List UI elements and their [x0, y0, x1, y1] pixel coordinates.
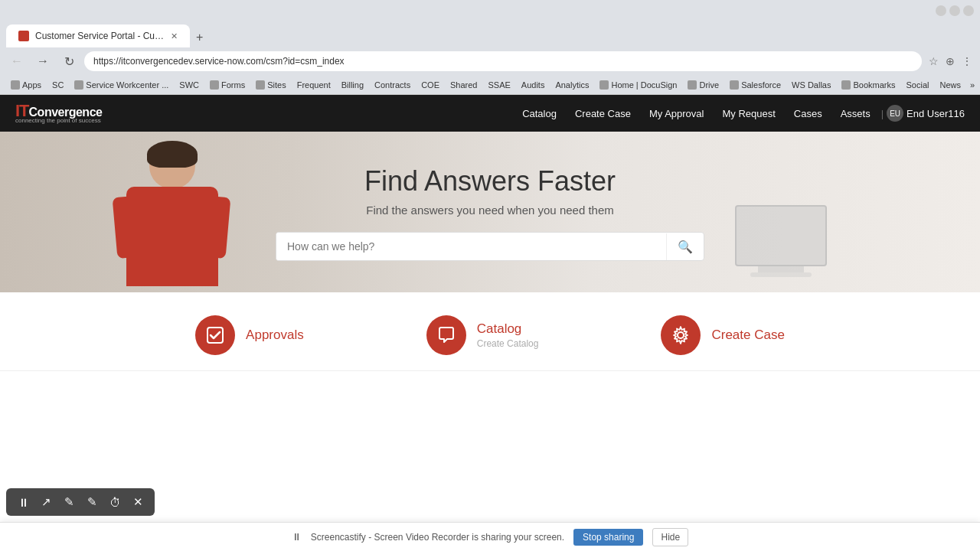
bm-swc[interactable]: SWC [175, 79, 204, 91]
bm-docusign[interactable]: Home | DocuSign [595, 79, 681, 91]
nav-catalog[interactable]: Catalog [514, 105, 564, 122]
catalog-card[interactable]: Catalog Create Catalog [426, 315, 539, 355]
toolbar-close-button[interactable]: ✕ [129, 493, 147, 511]
sw-favicon [74, 80, 83, 90]
bm-forms[interactable]: Forms [205, 79, 250, 91]
stop-sharing-button[interactable]: Stop sharing [573, 529, 643, 546]
star-icon[interactable]: ☆ [926, 54, 940, 68]
nav-my-request[interactable]: My Request [714, 105, 782, 122]
search-button[interactable]: 🔍 [666, 233, 704, 260]
bm-frequent[interactable]: Frequent [292, 79, 335, 91]
bm-coe[interactable]: COE [416, 79, 444, 91]
bm-wsdallas[interactable]: WS Dallas [787, 79, 835, 91]
bm-apps[interactable]: Apps [6, 79, 46, 91]
bookmarks-bar: Apps SC Service Workcenter ... SWC Forms… [0, 75, 980, 95]
nav-assets[interactable]: Assets [833, 105, 878, 122]
sf-favicon [730, 80, 739, 90]
toolbar-timer-button[interactable]: ⏱ [106, 493, 124, 511]
nav-divider: | [881, 108, 884, 119]
catalog-icon [426, 315, 466, 355]
bm-social[interactable]: Social [901, 79, 933, 91]
nav-user-label: End User116 [906, 108, 965, 119]
toolbar-pause-button[interactable]: ⏸ [14, 493, 32, 511]
hero-section: Find Answers Faster Find the answers you… [0, 132, 980, 292]
bm-salesforce[interactable]: Salesforce [725, 79, 786, 91]
hero-title: Find Answers Faster [0, 165, 980, 197]
logo-area[interactable]: IT Convergence connecting the point of s… [15, 103, 102, 124]
forward-button[interactable]: → [32, 51, 54, 72]
catalog-title: Catalog [477, 321, 539, 337]
toolbar-pencil-button[interactable]: ✎ [83, 493, 101, 511]
gear-icon [671, 325, 691, 345]
new-tab-button[interactable]: + [190, 28, 209, 47]
search-input[interactable] [276, 233, 666, 260]
logo[interactable]: IT Convergence connecting the point of s… [15, 103, 102, 124]
extension-icon[interactable]: ⊕ [943, 54, 957, 68]
toolbar-arrow-button[interactable]: ↗ [37, 493, 55, 511]
bm-service-workcenter[interactable]: Service Workcenter ... [70, 79, 173, 91]
screencastify-bar: ⏸ Screencastify - Screen Video Recorder … [0, 522, 980, 551]
cards-section: Approvals Catalog Create Catalog Create … [0, 292, 980, 371]
bm-news[interactable]: News [935, 79, 965, 91]
bm-shared[interactable]: Shared [446, 79, 482, 91]
catalog-text: Catalog Create Catalog [477, 321, 539, 349]
bm-contracts[interactable]: Contracts [370, 79, 415, 91]
approvals-text: Approvals [246, 328, 304, 343]
screencastify-icon: ⏸ [292, 531, 302, 543]
tab-close-button[interactable]: ✕ [171, 31, 178, 41]
bookmarks-favicon [841, 80, 851, 90]
app-navbar: IT Convergence connecting the point of s… [0, 95, 980, 132]
minimize-button[interactable] [936, 5, 946, 16]
bm-billing[interactable]: Billing [337, 79, 368, 91]
nav-my-approval[interactable]: My Approval [642, 105, 712, 122]
tab-label: Customer Service Portal - Custo [35, 31, 165, 41]
maximize-button[interactable] [949, 5, 960, 16]
create-case-title: Create Case [711, 328, 784, 343]
close-button[interactable] [963, 5, 974, 16]
reload-button[interactable]: ↻ [58, 51, 80, 72]
toolbar-pen-button[interactable]: ✎ [60, 493, 78, 511]
search-icon: 🔍 [678, 240, 693, 253]
address-input[interactable] [84, 51, 922, 71]
bm-drive[interactable]: Drive [683, 79, 724, 91]
window-controls[interactable] [936, 5, 974, 16]
drive-favicon [688, 80, 697, 90]
menu-icon[interactable]: ⋮ [960, 54, 974, 68]
bm-analytics[interactable]: Analytics [550, 79, 593, 91]
browser-chrome: Customer Service Portal - Custo ✕ + ← → … [0, 0, 980, 95]
bm-ssae[interactable]: SSAE [483, 79, 514, 91]
address-icons: ☆ ⊕ ⋮ [926, 54, 974, 68]
approvals-title: Approvals [246, 328, 304, 343]
checkmark-icon [205, 325, 225, 345]
user-initials-badge: EU [887, 105, 903, 122]
tab-bar: Customer Service Portal - Custo ✕ + [0, 21, 980, 47]
back-button[interactable]: ← [6, 51, 28, 72]
nav-cases[interactable]: Cases [786, 105, 830, 122]
approvals-card[interactable]: Approvals [195, 315, 304, 355]
forms-favicon [210, 80, 219, 90]
nav-links: Catalog Create Case My Approval My Reque… [514, 105, 965, 122]
tab-favicon [18, 31, 29, 41]
bm-audits[interactable]: Audits [517, 79, 550, 91]
svg-point-1 [678, 332, 684, 338]
bm-sc[interactable]: SC [47, 79, 68, 91]
nav-user[interactable]: EU End User116 [887, 105, 965, 122]
bm-bookmarks[interactable]: Bookmarks [837, 79, 900, 91]
nav-create-case[interactable]: Create Case [567, 105, 639, 122]
apps-favicon [11, 80, 20, 90]
active-tab[interactable]: Customer Service Portal - Custo ✕ [6, 24, 190, 47]
search-bar: 🔍 [276, 232, 704, 261]
hide-button[interactable]: Hide [652, 528, 688, 546]
chat-icon [436, 325, 456, 345]
address-bar-row: ← → ↻ ☆ ⊕ ⋮ [0, 47, 980, 75]
bm-sites[interactable]: Sites [251, 79, 290, 91]
hero-subtitle: Find the answers you need when you need … [0, 204, 980, 217]
logo-tagline: connecting the point of success [15, 118, 102, 124]
create-case-icon [661, 315, 701, 355]
title-bar [0, 0, 980, 21]
catalog-subtitle: Create Catalog [477, 338, 539, 349]
bm-more[interactable]: » [967, 79, 978, 91]
screencastify-message: Screencastify - Screen Video Recorder is… [311, 532, 564, 543]
create-case-card[interactable]: Create Case [661, 315, 784, 355]
approvals-icon [195, 315, 235, 355]
